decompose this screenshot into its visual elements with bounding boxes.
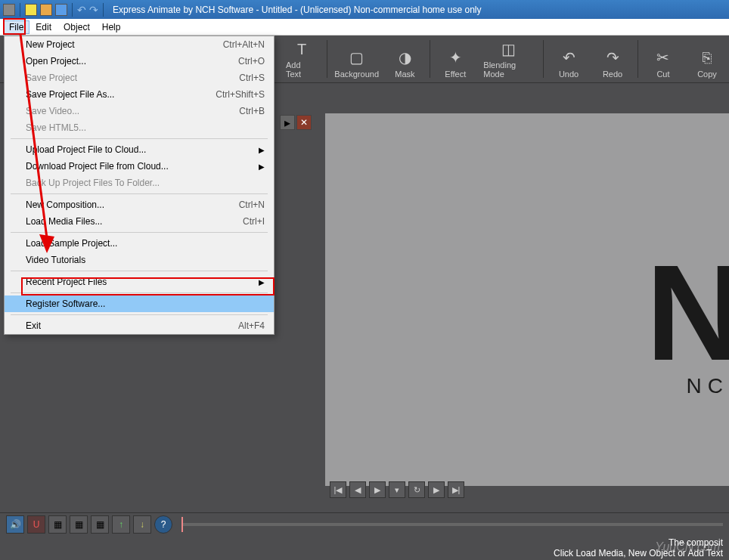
play-dropdown[interactable]: ▾ (389, 481, 405, 498)
menu-item-register-software[interactable]: Register Software... (5, 295, 274, 312)
undo-arrow-icon[interactable]: ↶ (77, 4, 86, 16)
timeline[interactable] (181, 523, 723, 526)
play-button[interactable]: ▶ (369, 481, 386, 498)
grid-button-2[interactable]: ▦ (70, 515, 88, 534)
step-forward-button[interactable]: ▶ (428, 481, 445, 498)
audio-button[interactable]: 🔊 (6, 515, 24, 534)
tool-background[interactable]: ▢Background (330, 36, 383, 82)
tool-redo[interactable]: ↷Redo (591, 36, 634, 82)
help-button[interactable]: ? (154, 515, 172, 534)
copy-icon: ⎘ (696, 47, 718, 68)
loop-button[interactable]: ↻ (408, 481, 425, 498)
tool-add-text[interactable]: TAdd Text (280, 36, 324, 82)
new-icon[interactable] (25, 4, 37, 16)
menu-item-load-sample-project[interactable]: Load Sample Project... (5, 235, 274, 252)
snap-button[interactable]: U (27, 515, 45, 534)
background-icon: ▢ (346, 47, 368, 68)
menu-item-save-video: Save Video...Ctrl+B (5, 103, 274, 119)
panel-close-icon[interactable]: ✕ (296, 115, 312, 130)
tool-cut[interactable]: ✂Cut (641, 36, 685, 82)
playback-controls: |◀ ◀ ▶ ▾ ↻ ▶ ▶| (330, 481, 464, 498)
grid-button-3[interactable]: ▦ (91, 515, 109, 534)
logo-subtitle: NC (687, 374, 729, 398)
move-down-button[interactable]: ↓ (133, 515, 151, 534)
step-back-button[interactable]: ◀ (349, 481, 366, 498)
menu-item-load-media-files[interactable]: Load Media Files...Ctrl+I (5, 213, 274, 230)
window-title: Express Animate by NCH Software - Untitl… (113, 5, 482, 15)
menu-item-new-project[interactable]: New ProjectCtrl+Alt+N (5, 36, 274, 53)
blending-icon: ◫ (498, 39, 520, 59)
menu-item-video-tutorials[interactable]: Video Tutorials (5, 252, 274, 268)
mask-icon: ◑ (394, 47, 415, 68)
cut-icon: ✂ (653, 47, 674, 68)
menu-item-new-composition[interactable]: New Composition...Ctrl+N (5, 196, 274, 213)
text-icon: T (291, 39, 312, 59)
status-line-2: Click Load Media, New Object or Add Text (554, 548, 723, 558)
menu-item-save-project: Save ProjectCtrl+S (5, 70, 274, 86)
move-up-button[interactable]: ↑ (112, 515, 130, 534)
tool-undo[interactable]: ↶Undo (547, 36, 591, 82)
redo-arrow-icon[interactable]: ↷ (89, 4, 98, 16)
menu-item-download-project-file-from-cloud[interactable]: Download Project File from Cloud...▶ (5, 158, 274, 175)
save-icon[interactable] (55, 4, 67, 16)
open-icon[interactable] (40, 4, 52, 16)
menu-file[interactable]: File (3, 20, 29, 34)
bottom-toolbar: 🔊 U ▦ ▦ ▦ ↑ ↓ ? (0, 512, 729, 535)
file-menu-dropdown: New ProjectCtrl+Alt+NOpen Project...Ctrl… (4, 36, 275, 335)
tool-copy[interactable]: ⎘Copy (685, 36, 729, 82)
menu-item-open-project[interactable]: Open Project...Ctrl+O (5, 53, 274, 70)
menu-item-save-html5: Save HTML5... (5, 119, 274, 136)
status-line-1: The composit (669, 537, 723, 548)
grid-button-1[interactable]: ▦ (48, 515, 67, 534)
tool-mask[interactable]: ◑Mask (383, 36, 427, 82)
menu-help[interactable]: Help (96, 20, 127, 34)
titlebar: ↶ ↷ Express Animate by NCH Software - Un… (0, 0, 729, 19)
undo-icon: ↶ (558, 47, 579, 68)
tool-effect[interactable]: ✦Effect (433, 36, 477, 82)
menubar: File Edit Object Help (0, 19, 729, 36)
app-icon (3, 4, 15, 16)
menu-item-recent-project-files[interactable]: Recent Project Files▶ (5, 274, 274, 290)
canvas[interactable]: N NC (325, 113, 729, 486)
goto-end-button[interactable]: ▶| (448, 481, 464, 498)
panel-icon[interactable]: ▸ (280, 115, 295, 130)
menu-edit[interactable]: Edit (29, 20, 57, 34)
logo-letter: N (646, 234, 729, 391)
menu-item-exit[interactable]: ExitAlt+F4 (5, 317, 274, 334)
menu-object[interactable]: Object (57, 20, 96, 34)
goto-start-button[interactable]: |◀ (330, 481, 346, 498)
timeline-playhead[interactable] (181, 517, 183, 532)
status-bar: The composit Click Load Media, New Objec… (0, 535, 729, 560)
effect-icon: ✦ (445, 47, 466, 68)
menu-item-save-project-file-as[interactable]: Save Project File As...Ctrl+Shift+S (5, 86, 274, 103)
redo-icon: ↷ (602, 47, 623, 68)
menu-item-upload-project-file-to-cloud[interactable]: Upload Project File to Cloud...▶ (5, 141, 274, 158)
tool-blending-mode[interactable]: ◫Blending Mode (477, 36, 540, 82)
menu-item-back-up-project-files-to-folder: Back Up Project Files To Folder... (5, 175, 274, 191)
